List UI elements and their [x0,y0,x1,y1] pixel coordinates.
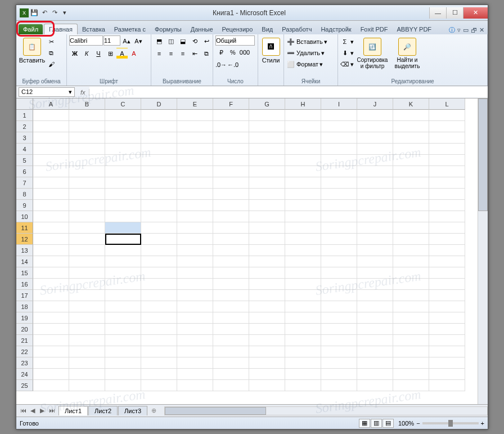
cell[interactable] [249,369,285,380]
tab-layout[interactable]: Разметка с [110,24,150,34]
cell[interactable] [69,177,105,189]
cell[interactable] [429,189,465,200]
row-header[interactable]: 15 [16,267,33,279]
cell[interactable] [285,346,321,357]
cell[interactable] [141,211,177,222]
cell[interactable] [429,335,465,346]
cell[interactable] [321,110,357,121]
row-header[interactable]: 7 [16,177,33,189]
number-format-combo[interactable] [215,35,255,46]
cell[interactable] [393,301,429,312]
cell[interactable] [69,256,105,267]
percent-button[interactable]: % [227,47,238,58]
cell[interactable] [69,166,105,177]
cell[interactable] [213,166,249,177]
cells-delete-button[interactable]: ➖Удалить ▾ [286,48,335,58]
cell[interactable] [213,177,249,189]
cell[interactable] [429,132,465,144]
cell[interactable] [33,256,69,267]
cell[interactable] [321,155,357,166]
cell[interactable] [213,144,249,155]
cell[interactable] [285,222,321,234]
cell[interactable] [141,324,177,335]
fill-button[interactable]: ⬇▾ [340,48,354,58]
cell[interactable] [105,211,141,222]
minimize-button[interactable]: — [429,7,446,19]
cell[interactable] [429,357,465,369]
cell[interactable] [177,245,213,256]
cell[interactable] [285,166,321,177]
cell[interactable] [33,267,69,279]
cell[interactable] [429,290,465,301]
cell[interactable] [141,380,177,391]
cell[interactable] [213,380,249,391]
row-header[interactable]: 20 [16,324,33,335]
cell[interactable] [177,200,213,211]
cell[interactable] [249,234,285,245]
cell[interactable] [393,110,429,121]
cell[interactable] [249,144,285,155]
cell[interactable] [177,211,213,222]
doc-minimize-icon[interactable]: ▭ [463,26,469,34]
sheet-nav-first[interactable]: ⏮ [19,407,28,414]
sheet-tab-2[interactable]: Лист2 [88,406,118,415]
cell[interactable] [141,335,177,346]
cells-format-button[interactable]: ⬜Формат ▾ [286,59,335,69]
doc-restore-icon[interactable]: 🗗 [471,27,477,34]
cell[interactable] [177,267,213,279]
cell[interactable] [69,211,105,222]
cell[interactable] [177,222,213,234]
align-bottom-button[interactable]: ⬓ [177,35,188,47]
cell[interactable] [393,121,429,132]
cell[interactable] [105,234,141,245]
cell[interactable] [213,234,249,245]
column-header[interactable]: I [321,99,357,110]
cell[interactable] [177,155,213,166]
cell[interactable] [33,301,69,312]
cell[interactable] [141,290,177,301]
save-icon[interactable]: 💾 [30,8,39,17]
cell[interactable] [213,222,249,234]
cell[interactable] [69,369,105,380]
cell[interactable] [69,245,105,256]
tab-home[interactable]: Главная [44,24,78,34]
decrease-font-button[interactable]: A▾ [133,35,144,47]
cell[interactable] [249,380,285,391]
cell[interactable] [285,357,321,369]
cell[interactable] [141,357,177,369]
cell[interactable] [69,301,105,312]
cell[interactable] [33,312,69,324]
cell[interactable] [429,166,465,177]
column-header[interactable]: B [69,99,105,110]
row-header[interactable]: 13 [16,245,33,256]
cell[interactable] [69,267,105,279]
row-header[interactable]: 8 [16,189,33,200]
cell[interactable] [285,211,321,222]
maximize-button[interactable]: ☐ [446,7,463,19]
cell[interactable] [393,369,429,380]
row-header[interactable]: 14 [16,256,33,267]
cell[interactable] [321,189,357,200]
redo-icon[interactable]: ↷ [50,8,59,17]
cell[interactable] [141,132,177,144]
column-header[interactable]: D [141,99,177,110]
new-sheet-button[interactable]: ⊕ [148,407,160,414]
cell[interactable] [141,166,177,177]
sheet-tab-3[interactable]: Лист3 [118,406,147,415]
cell[interactable] [249,222,285,234]
row-header[interactable]: 4 [16,144,33,155]
copy-button[interactable]: ⧉ [47,48,56,58]
cell[interactable] [357,189,393,200]
cell[interactable] [429,110,465,121]
cell[interactable] [285,132,321,144]
cell[interactable] [393,267,429,279]
align-left-button[interactable]: ≡ [154,48,165,59]
cell[interactable] [105,256,141,267]
cell[interactable] [429,211,465,222]
cell[interactable] [177,346,213,357]
cell[interactable] [33,324,69,335]
cell[interactable] [249,335,285,346]
cell[interactable] [285,335,321,346]
cell[interactable] [69,144,105,155]
minimize-ribbon-icon[interactable]: ▿ [457,26,461,34]
